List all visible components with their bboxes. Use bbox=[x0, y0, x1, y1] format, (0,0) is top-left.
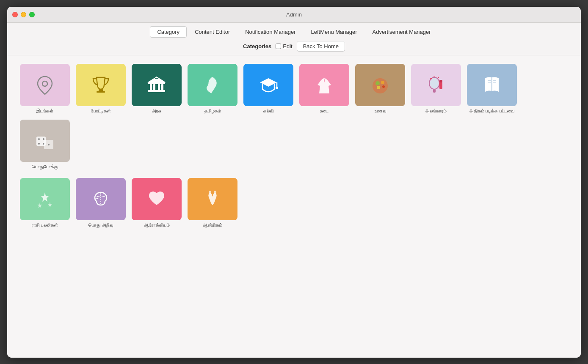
svg-point-17 bbox=[382, 85, 385, 88]
category-food[interactable]: உணவு bbox=[355, 64, 405, 114]
food-icon bbox=[367, 72, 393, 98]
dice-icon bbox=[32, 128, 58, 153]
svg-rect-7 bbox=[161, 84, 163, 90]
maximize-button[interactable] bbox=[29, 12, 35, 17]
general-travel-icon-box bbox=[20, 120, 70, 162]
map-pin-icon bbox=[32, 72, 58, 98]
book-icon bbox=[479, 72, 505, 98]
svg-point-43 bbox=[214, 191, 216, 194]
svg-text:♥: ♥ bbox=[430, 77, 432, 81]
svg-point-38 bbox=[48, 144, 50, 145]
competitions-icon-box bbox=[76, 64, 126, 106]
svg-rect-8 bbox=[148, 82, 165, 84]
svg-marker-9 bbox=[147, 77, 166, 82]
tab-category[interactable]: Category bbox=[150, 26, 187, 38]
category-competitions[interactable]: போட்டிகள் bbox=[76, 64, 126, 114]
svg-text:♥: ♥ bbox=[438, 76, 439, 79]
category-places[interactable]: இடங்கள் bbox=[20, 64, 70, 114]
tab-notification-manager[interactable]: Notification Manager bbox=[238, 26, 303, 38]
svg-text:♥: ♥ bbox=[433, 75, 435, 78]
minimize-button[interactable] bbox=[21, 12, 26, 17]
heart-icon bbox=[144, 186, 169, 212]
edit-checkbox-input[interactable] bbox=[276, 44, 281, 49]
category-health[interactable]: ஆரோக்கியம் bbox=[132, 178, 182, 228]
svg-point-35 bbox=[38, 143, 40, 145]
tab-advertisement-manager[interactable]: Advertisement Manager bbox=[365, 26, 438, 38]
svg-rect-4 bbox=[150, 84, 152, 90]
tab-content-editor[interactable]: Content Editor bbox=[188, 26, 237, 38]
general-travel-label: பொதுபோக்கு bbox=[32, 164, 58, 170]
food-label: உணவு bbox=[375, 108, 386, 114]
nav-tabs: Category Content Editor Notification Man… bbox=[150, 26, 438, 38]
category-government[interactable]: அரசு bbox=[132, 64, 182, 114]
svg-rect-5 bbox=[153, 84, 155, 90]
main-window: Admin Category Content Editor Notificati… bbox=[7, 7, 581, 358]
general-knowledge-label: பொது அறிவு bbox=[88, 222, 113, 228]
category-education[interactable]: கல்வி bbox=[243, 64, 293, 114]
education-label: கல்வி bbox=[263, 108, 274, 114]
tamilnadu-icon-box bbox=[188, 64, 237, 106]
spirituality-icon-box bbox=[188, 178, 237, 220]
beauty-label: அலங்காரம் bbox=[425, 108, 447, 114]
svg-rect-3 bbox=[148, 90, 165, 92]
category-grid-row1: இடங்கள் போட்டிகள் bbox=[20, 64, 568, 170]
government-label: அரசு bbox=[152, 108, 161, 114]
clothing-icon-box bbox=[299, 64, 349, 106]
svg-point-34 bbox=[43, 138, 44, 140]
svg-rect-22 bbox=[439, 82, 442, 89]
horoscope-icon-box bbox=[20, 178, 70, 220]
window-title: Admin bbox=[286, 11, 302, 18]
svg-point-33 bbox=[38, 138, 40, 140]
svg-point-18 bbox=[377, 86, 380, 89]
stars-icon bbox=[32, 186, 58, 212]
categories-label: Categories bbox=[243, 43, 271, 49]
svg-rect-21 bbox=[433, 89, 436, 93]
spirituality-label: ஆன்மிகம் bbox=[203, 222, 222, 228]
edit-toggle[interactable]: Edit bbox=[276, 43, 292, 49]
brain-icon bbox=[88, 186, 113, 212]
close-button[interactable] bbox=[12, 12, 18, 17]
svg-point-13 bbox=[276, 87, 278, 89]
beauty-icon-box: ♥ ♥ ♥ bbox=[411, 64, 461, 106]
government-icon-box bbox=[132, 64, 182, 106]
category-horoscope[interactable]: ராசி பலன்கள் bbox=[20, 178, 70, 228]
nav-sub: Categories Edit Back To Home bbox=[243, 41, 345, 55]
prayer-icon bbox=[200, 186, 225, 212]
beauty-icon: ♥ ♥ ♥ bbox=[423, 72, 449, 98]
study-more-icon-box bbox=[467, 64, 517, 106]
places-icon-box bbox=[20, 64, 70, 106]
study-more-label: அதிகம் படிக்க பட்டவை bbox=[469, 108, 514, 114]
svg-point-16 bbox=[381, 81, 384, 84]
edit-label: Edit bbox=[283, 43, 292, 49]
general-knowledge-icon-box bbox=[76, 178, 126, 220]
building-icon bbox=[144, 72, 169, 98]
tab-leftmenu-manager[interactable]: LeftMenu Manager bbox=[304, 26, 364, 38]
competitions-label: போட்டிகள் bbox=[91, 108, 111, 114]
svg-rect-23 bbox=[439, 80, 442, 82]
category-general-travel[interactable]: பொதுபோக்கு bbox=[20, 120, 70, 170]
dress-icon bbox=[312, 72, 337, 98]
svg-point-14 bbox=[373, 78, 388, 93]
back-to-home-button[interactable]: Back To Home bbox=[297, 41, 345, 52]
graduation-icon bbox=[256, 72, 281, 98]
tamilnadu-label: தமிழகம் bbox=[204, 108, 221, 114]
svg-rect-10 bbox=[155, 78, 158, 79]
svg-marker-41 bbox=[47, 202, 52, 207]
health-label: ஆரோக்கியம் bbox=[144, 222, 170, 228]
category-tamilnadu[interactable]: தமிழகம் bbox=[188, 64, 237, 114]
education-icon-box bbox=[243, 64, 293, 106]
content-area: இடங்கள் போட்டிகள் bbox=[7, 55, 581, 358]
svg-marker-40 bbox=[37, 203, 42, 208]
category-spirituality[interactable]: ஆன்மிகம் bbox=[188, 178, 237, 228]
clothing-label: உடை bbox=[320, 108, 329, 114]
svg-point-0 bbox=[42, 81, 47, 86]
category-study-more[interactable]: அதிகம் படிக்க பட்டவை bbox=[467, 64, 517, 114]
category-clothing[interactable]: உடை bbox=[299, 64, 349, 114]
svg-point-42 bbox=[209, 191, 211, 194]
category-beauty[interactable]: ♥ ♥ ♥ அலங்காரம் bbox=[411, 64, 461, 114]
category-general-knowledge[interactable]: பொது அறிவு bbox=[76, 178, 126, 228]
health-icon-box bbox=[132, 178, 182, 220]
food-icon-box bbox=[355, 64, 405, 106]
svg-rect-6 bbox=[158, 84, 160, 90]
category-grid-row2: ராசி பலன்கள் பொது அறிவு bbox=[20, 178, 568, 228]
